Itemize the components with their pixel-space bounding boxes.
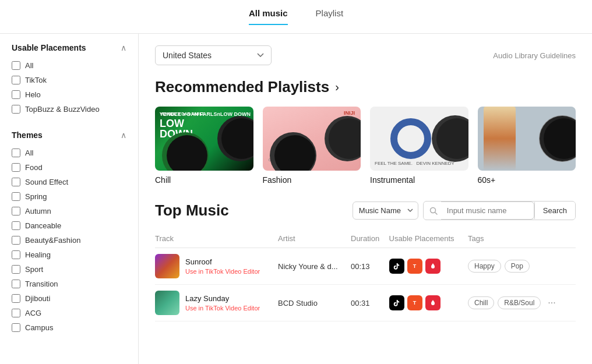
- col-placements: Usable Placements: [389, 229, 468, 248]
- sidebar-item-all-placement[interactable]: All: [12, 58, 126, 73]
- main-content: United States United Kingdom Australia C…: [139, 34, 592, 364]
- tab-playlist[interactable]: Playlist: [316, 8, 344, 25]
- placements-lazy: T: [389, 285, 468, 321]
- sidebar-label-acg: ACG: [25, 309, 41, 317]
- playlist-thumb-60s: [478, 107, 576, 171]
- tab-all-music[interactable]: All music: [249, 8, 288, 25]
- track-cell-lazy: Lazy Sunday Use in TikTok Video Editor: [155, 285, 278, 321]
- checkbox-helo[interactable]: [12, 90, 20, 99]
- duration-sunroof: 00:13: [351, 248, 389, 285]
- checkbox-acg[interactable]: [12, 309, 20, 317]
- col-tags: Tags: [468, 229, 576, 248]
- checkbox-campus[interactable]: [12, 323, 20, 332]
- sidebar-label-danceable: Danceable: [25, 221, 61, 230]
- music-name-filter[interactable]: Music Name: [353, 202, 418, 220]
- recommended-section-header: Recommended Playlists ›: [155, 78, 576, 96]
- track-cell-sunroof: Sunroof Use in TikTok Video Editor: [155, 248, 278, 285]
- recommended-arrow[interactable]: ›: [335, 80, 339, 94]
- playlist-thumb-chill: YENBEE x DAN FARLS LOWDOWN: [155, 107, 253, 171]
- col-artist: Artist: [278, 229, 351, 248]
- recommended-title: Recommended Playlists: [155, 78, 329, 96]
- platform-icons-lazy: T: [389, 295, 462, 310]
- sidebar-label-transition: Transition: [25, 280, 58, 288]
- sidebar-item-healing[interactable]: Healing: [12, 248, 126, 262]
- track-thumb-sunroof: [155, 254, 179, 278]
- sidebar-item-sound-effect[interactable]: Sound Effect: [12, 175, 126, 189]
- sidebar-item-campus[interactable]: Campus: [12, 320, 126, 335]
- top-nav: All music Playlist: [0, 0, 592, 34]
- playlist-thumb-instrumental: FEEL THE SAME. DEVIN KENNEDY: [370, 107, 468, 171]
- track-name-lazy: Lazy Sunday: [185, 294, 260, 303]
- svg-line-1: [435, 212, 437, 214]
- track-use-sunroof[interactable]: Use in TikTok Video Editor: [185, 268, 260, 275]
- themes-header: Themes ∧: [12, 130, 126, 140]
- sidebar-item-helo[interactable]: Helo: [12, 87, 126, 102]
- checkbox-all-theme[interactable]: [12, 149, 20, 157]
- themes-chevron[interactable]: ∧: [121, 130, 126, 140]
- playlist-card-chill[interactable]: YENBEE x DAN FARLS LOWDOWN Chill: [155, 107, 253, 185]
- sidebar-label-campus: Campus: [25, 323, 53, 332]
- checkbox-transition[interactable]: [12, 280, 20, 288]
- playlist-card-instrumental[interactable]: FEEL THE SAME. DEVIN KENNEDY Instrumenta…: [370, 107, 468, 185]
- checkbox-topbuzz[interactable]: [12, 105, 20, 114]
- checkbox-healing[interactable]: [12, 250, 20, 259]
- checkbox-autumn[interactable]: [12, 207, 20, 215]
- checkbox-beauty-fashion[interactable]: [12, 236, 20, 245]
- sidebar-item-sport[interactable]: Sport: [12, 262, 126, 277]
- playlist-card-fashion[interactable]: INIJI GASLIGHT Fashion: [263, 107, 361, 185]
- usable-placements-section: Usable Placements ∧ All TikTok Helo TopB…: [0, 34, 138, 121]
- checkbox-djibouti[interactable]: [12, 294, 20, 303]
- sidebar-item-autumn[interactable]: Autumn: [12, 204, 126, 218]
- sidebar-item-all-theme[interactable]: All: [12, 146, 126, 160]
- usable-placements-title: Usable Placements: [12, 43, 86, 52]
- sidebar-item-topbuzz[interactable]: TopBuzz & BuzzVideo: [12, 102, 126, 116]
- sidebar-item-beauty-fashion[interactable]: Beauty&Fashion: [12, 233, 126, 248]
- platform-topbuzz-sunroof: T: [407, 259, 422, 274]
- checkbox-food[interactable]: [12, 163, 20, 172]
- checkbox-all-placement[interactable]: [12, 61, 20, 70]
- sidebar-item-acg[interactable]: ACG: [12, 306, 126, 320]
- checkbox-sport[interactable]: [12, 265, 20, 274]
- region-select[interactable]: United States United Kingdom Australia C…: [155, 45, 272, 65]
- search-input-wrapper: Search: [423, 201, 576, 220]
- fashion-brand-text: INIJI: [344, 110, 355, 116]
- sidebar-label-food: Food: [25, 163, 43, 172]
- track-use-lazy[interactable]: Use in TikTok Video Editor: [185, 305, 260, 312]
- sidebar-item-tiktok[interactable]: TikTok: [12, 73, 126, 87]
- search-icon: [424, 203, 441, 219]
- instrumental-vinyl: [436, 118, 468, 159]
- platform-icons-sunroof: T: [389, 259, 462, 274]
- instrumental-footer-text: FEEL THE SAME. DEVIN KENNEDY: [375, 161, 454, 166]
- track-info-sunroof: Sunroof Use in TikTok Video Editor: [185, 257, 260, 275]
- checkbox-sound-effect[interactable]: [12, 178, 20, 186]
- main-layout: Usable Placements ∧ All TikTok Helo TopB…: [0, 34, 592, 364]
- sidebar-item-danceable[interactable]: Danceable: [12, 218, 126, 233]
- sidebar-item-djibouti[interactable]: Djibouti: [12, 291, 126, 306]
- platform-tiktok-lazy: [389, 295, 404, 310]
- sidebar-item-transition[interactable]: Transition: [12, 277, 126, 291]
- usable-placements-chevron[interactable]: ∧: [121, 43, 126, 52]
- music-search-input[interactable]: [441, 202, 534, 220]
- audio-guidelines-link[interactable]: Audio Library Guidelines: [493, 51, 576, 60]
- sidebar-label-sport: Sport: [25, 265, 43, 274]
- checkbox-tiktok[interactable]: [12, 76, 20, 84]
- platform-tiktok-sunroof: [389, 259, 404, 274]
- playlist-card-60s[interactable]: 60s+: [478, 107, 576, 185]
- checkbox-danceable[interactable]: [12, 221, 20, 230]
- sidebar-label-beauty-fashion: Beauty&Fashion: [25, 236, 80, 245]
- sidebar-label-healing: Healing: [25, 250, 51, 259]
- placements-sunroof: T: [389, 248, 468, 285]
- checkbox-spring[interactable]: [12, 192, 20, 201]
- themes-title: Themes: [12, 130, 43, 140]
- table-row: Sunroof Use in TikTok Video Editor Nicky…: [155, 248, 576, 285]
- playlist-label-fashion: Fashion: [263, 175, 361, 185]
- fashion-vinyl: [274, 135, 315, 171]
- more-options-button-lazy[interactable]: ···: [544, 296, 559, 309]
- sidebar-item-food[interactable]: Food: [12, 160, 126, 175]
- playlist-label-60s: 60s+: [478, 175, 576, 185]
- search-button[interactable]: Search: [534, 202, 575, 219]
- track-thumb-lazy: [155, 291, 179, 315]
- sidebar-item-spring[interactable]: Spring: [12, 189, 126, 204]
- sidebar-label-tiktok: TikTok: [25, 76, 47, 84]
- platform-fire-sunroof: [425, 259, 441, 274]
